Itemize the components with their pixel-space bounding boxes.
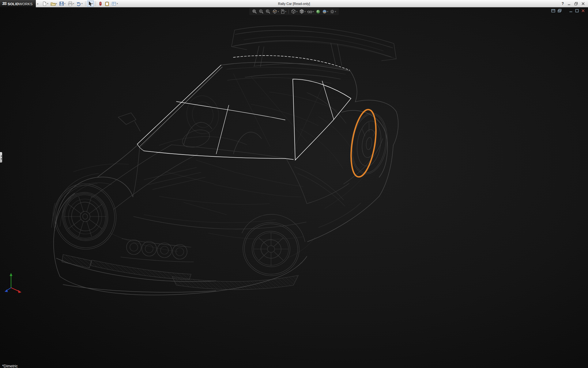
dropdown-caret-icon[interactable]: ▾: [117, 2, 118, 5]
dropdown-caret-icon[interactable]: ▾: [81, 2, 83, 5]
viewport-window-controls: [551, 9, 585, 13]
highlighted-glass-edges: [137, 56, 351, 160]
restore-window-button[interactable]: [558, 9, 562, 13]
display-style-button[interactable]: ▾: [299, 9, 306, 14]
car-structural-lines: [74, 74, 381, 258]
print-button[interactable]: ▾: [67, 1, 75, 7]
toolbar-separator: [288, 10, 289, 14]
annotation-views-button[interactable]: ▾: [280, 9, 287, 14]
front-left-wheel: [48, 178, 122, 255]
view-orientation-label: *Dimetric: [2, 364, 18, 368]
dropdown-caret-icon[interactable]: ▾: [278, 10, 279, 13]
hide-show-items-button[interactable]: ▾: [307, 9, 315, 14]
restore-button[interactable]: [574, 2, 578, 6]
select-icon: [88, 1, 92, 6]
dropdown-caret-icon[interactable]: ▾: [313, 10, 314, 13]
minimize-window-button[interactable]: [569, 9, 573, 13]
maximize-window-button[interactable]: [575, 9, 579, 13]
section-view-icon: [272, 9, 277, 14]
dropdown-caret-icon[interactable]: ▾: [56, 2, 57, 5]
apply-scene-icon: [322, 9, 327, 14]
options-button[interactable]: ▾: [111, 1, 119, 7]
file-properties-icon: [105, 1, 109, 6]
zoom-to-area-button[interactable]: [258, 9, 264, 14]
undo-button[interactable]: ▾: [75, 1, 84, 7]
dropdown-caret-icon[interactable]: ▾: [73, 2, 74, 5]
solidworks-logo: 3S SOLIDWORKS: [0, 0, 36, 7]
select-button[interactable]: ▾: [87, 1, 94, 7]
dropdown-caret-icon[interactable]: ▾: [64, 2, 66, 5]
apply-scene-button[interactable]: ▾: [322, 9, 329, 14]
zoom-to-fit-button[interactable]: [252, 9, 258, 14]
heads-up-view-toolbar: ▾ ▾ ▾ ▾ ▾ ▾: [249, 8, 339, 15]
car-body-outline: [54, 62, 398, 295]
minimize-button[interactable]: [567, 2, 571, 6]
zoom-to-fit-icon: [252, 9, 257, 14]
file-properties-button[interactable]: [104, 1, 110, 7]
edit-appearance-icon: [315, 9, 320, 14]
open-icon: [51, 1, 56, 6]
close-button[interactable]: [581, 2, 585, 6]
full-screen-button[interactable]: [551, 9, 555, 13]
menu-expander-icon[interactable]: ▸: [37, 2, 39, 5]
new-document-button[interactable]: ▾: [41, 1, 49, 7]
model-canvas[interactable]: [0, 7, 588, 368]
save-icon: [59, 1, 64, 6]
xpress-products-icon: [98, 1, 103, 6]
dropdown-caret-icon[interactable]: ▾: [327, 10, 328, 13]
orientation-triad: [5, 273, 21, 293]
triad-y-arrow-icon: [10, 273, 13, 276]
dropdown-caret-icon[interactable]: ▾: [304, 10, 306, 13]
dropdown-caret-icon[interactable]: ▾: [47, 2, 48, 5]
car-detail-lines: [48, 26, 396, 289]
solidworks-window: 3S SOLIDWORKS ▸ ▾ ▾ ▾ ▾: [0, 0, 588, 368]
view-settings-icon: [330, 9, 335, 14]
new-document-icon: [42, 1, 47, 6]
collapse-left-icon: [1, 158, 2, 160]
display-style-icon: [299, 9, 304, 14]
print-icon: [68, 1, 73, 6]
window-controls: ?: [562, 2, 588, 6]
front-right-wheel: [240, 214, 305, 278]
undo-icon: [76, 1, 81, 6]
panel-splitter-handle[interactable]: [0, 152, 2, 163]
open-button[interactable]: ▾: [50, 1, 58, 7]
dropdown-caret-icon[interactable]: ▾: [296, 10, 298, 13]
rear-wing: [232, 26, 396, 67]
collapse-left-icon: [1, 155, 2, 157]
close-window-button[interactable]: [581, 9, 585, 13]
toolbar-separator: [85, 1, 85, 6]
save-button[interactable]: ▾: [58, 1, 66, 7]
previous-view-button[interactable]: [265, 9, 271, 14]
dropdown-caret-icon[interactable]: ▾: [335, 10, 336, 13]
triad-x-arrow-icon: [18, 290, 22, 293]
logo-text: SOLIDWORKS: [8, 1, 33, 6]
dropdown-caret-icon[interactable]: ▾: [285, 10, 286, 13]
options-icon: [111, 1, 116, 6]
ds-logo-icon: 3S: [2, 1, 6, 6]
graphics-viewport[interactable]: ▾ ▾ ▾ ▾ ▾ ▾: [0, 7, 588, 368]
hide-show-items-icon: [307, 9, 313, 14]
view-orientation-button[interactable]: ▾: [291, 9, 298, 14]
toolbar-separator: [96, 1, 96, 6]
main-toolbar: ▾ ▾ ▾ ▾ ▾ ▾: [41, 1, 119, 7]
dropdown-caret-icon[interactable]: ▾: [92, 2, 93, 5]
view-orientation-icon: [291, 9, 296, 14]
xpress-products-button[interactable]: [97, 1, 104, 7]
previous-view-icon: [266, 9, 271, 14]
headlight-ring-icons: [121, 239, 194, 262]
edit-appearance-button[interactable]: [315, 9, 321, 14]
title-bar: 3S SOLIDWORKS ▸ ▾ ▾ ▾ ▾: [0, 0, 588, 7]
help-button[interactable]: ?: [562, 2, 564, 6]
annotation-views-icon: [280, 9, 285, 14]
grille-mesh: [62, 255, 298, 289]
view-settings-button[interactable]: ▾: [330, 9, 337, 14]
section-view-button[interactable]: ▾: [272, 9, 279, 14]
zoom-to-area-icon: [259, 9, 264, 14]
